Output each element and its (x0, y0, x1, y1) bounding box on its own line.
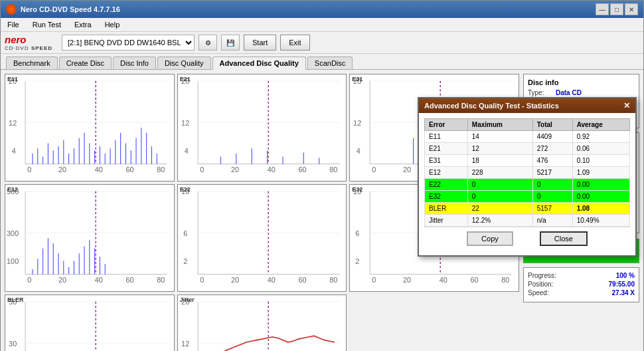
speed-row-prog: Speed: 27.34 X (528, 289, 635, 296)
col-error: Error (425, 119, 468, 131)
svg-text:60: 60 (125, 166, 133, 174)
speed-val: 27.34 X (612, 289, 635, 296)
stats-popup: Advanced Disc Quality Test - Statistics … (418, 97, 637, 257)
menu-extra[interactable]: Extra (70, 19, 96, 30)
copy-button[interactable]: Copy (467, 231, 513, 246)
cell-max: 0 (467, 179, 532, 191)
tab-advanced-disc-quality[interactable]: Advanced Disc Quality (212, 57, 306, 70)
cell-avg: 1.09 (572, 167, 629, 179)
svg-text:2: 2 (183, 257, 187, 265)
svg-text:60: 60 (298, 166, 306, 174)
cell-max: 12.2% (467, 215, 532, 227)
chart-e31-label: E31 (352, 76, 362, 82)
cell-avg: 0.92 (572, 131, 629, 143)
cell-max: 12 (467, 143, 532, 155)
svg-text:12: 12 (353, 119, 361, 127)
cell-total: 4409 (532, 131, 572, 143)
chart-bler: BLER 50 30 10 0 20 40 60 80 (5, 294, 175, 351)
table-row: E31 18 476 0.10 (425, 155, 630, 167)
menu-run-test[interactable]: Run Test (29, 19, 65, 30)
tab-disc-quality[interactable]: Disc Quality (157, 57, 211, 69)
minimize-button[interactable]: — (596, 3, 609, 15)
close-button[interactable]: Close (540, 231, 588, 246)
tab-scandisc[interactable]: ScanDisc (307, 57, 353, 69)
toolbar-btn-1[interactable]: ⚙ (199, 35, 217, 51)
svg-text:2: 2 (356, 257, 360, 265)
cell-total: 5157 (532, 203, 572, 215)
svg-text:300: 300 (7, 229, 19, 237)
cell-error: Jitter (425, 215, 468, 227)
svg-text:60: 60 (298, 276, 306, 284)
tab-benchmark[interactable]: Benchmark (6, 57, 58, 69)
svg-text:6: 6 (356, 229, 360, 237)
table-row-green: E32 0 0 0.00 (425, 191, 630, 203)
close-button[interactable]: ✕ (625, 3, 638, 15)
svg-text:20: 20 (403, 166, 411, 174)
svg-text:20: 20 (58, 166, 66, 174)
cell-error: E21 (425, 143, 468, 155)
svg-text:20: 20 (58, 276, 66, 284)
svg-text:40: 40 (267, 166, 275, 174)
cell-max: 0 (467, 191, 532, 203)
main-window: Nero CD-DVD Speed 4.7.7.16 — □ ✕ File Ru… (0, 0, 644, 351)
menu-bar: File Run Test Extra Help (1, 18, 643, 32)
position-row: Position: 79:55.00 (528, 281, 635, 288)
cell-error: E32 (425, 191, 468, 203)
nero-logo-top: nero (5, 34, 27, 45)
cell-total: 476 (532, 155, 572, 167)
disc-type-key: Type: (528, 89, 553, 96)
cell-total: 5217 (532, 167, 572, 179)
svg-text:0: 0 (200, 276, 204, 284)
chart-e21-label: E21 (180, 76, 191, 82)
cell-error: E12 (425, 167, 468, 179)
tab-disc-info[interactable]: Disc Info (113, 57, 156, 69)
menu-file[interactable]: File (3, 19, 23, 30)
chart-e22: E22 10 6 2 0 20 40 60 80 (177, 184, 347, 292)
exit-button[interactable]: Exit (280, 35, 309, 51)
window-title: Nero CD-DVD Speed 4.7.7.16 (21, 5, 120, 13)
svg-text:0: 0 (200, 166, 204, 174)
cell-max: 228 (467, 167, 532, 179)
chart-jitter-label: Jitter (180, 296, 195, 303)
svg-text:0: 0 (27, 276, 31, 284)
svg-text:40: 40 (95, 276, 103, 284)
cell-avg: 0.00 (572, 179, 629, 191)
svg-text:40: 40 (267, 276, 275, 284)
table-row-green: E22 0 0 0.00 (425, 179, 630, 191)
svg-text:80: 80 (157, 166, 165, 174)
cell-total: 272 (532, 143, 572, 155)
empty-cell (349, 294, 519, 351)
svg-text:80: 80 (329, 166, 337, 174)
cell-error: E31 (425, 155, 468, 167)
svg-text:6: 6 (183, 229, 187, 237)
progress-key: Progress: (528, 272, 556, 279)
disc-info-title: Disc info (528, 78, 635, 86)
position-val: 79:55.00 (609, 281, 635, 288)
drive-selector[interactable]: [2:1] BENQ DVD DD DW1640 BSLB (62, 35, 195, 51)
position-key: Position: (528, 281, 553, 288)
col-total: Total (532, 119, 572, 131)
svg-text:20: 20 (403, 276, 411, 284)
progress-row: Progress: 100 % (528, 272, 635, 279)
start-button[interactable]: Start (244, 35, 276, 51)
svg-text:12: 12 (181, 340, 189, 348)
svg-text:12: 12 (9, 119, 17, 127)
svg-text:4: 4 (184, 147, 188, 155)
menu-help[interactable]: Help (101, 19, 124, 30)
cell-avg: 0.06 (572, 143, 629, 155)
svg-text:4: 4 (12, 147, 16, 155)
chart-e12-label: E12 (7, 186, 18, 193)
stats-close-btn[interactable]: ✕ (623, 101, 630, 110)
toolbar-btn-2[interactable]: 💾 (221, 35, 240, 51)
chart-e22-label: E22 (180, 186, 191, 193)
maximize-button[interactable]: □ (610, 3, 623, 15)
app-icon (6, 4, 17, 15)
tab-create-disc[interactable]: Create Disc (59, 57, 112, 69)
svg-text:80: 80 (329, 276, 337, 284)
chart-e32-label: E32 (352, 186, 362, 193)
progress-panel: Progress: 100 % Position: 79:55.00 Speed… (523, 267, 639, 302)
chart-e12: E12 500 300 100 0 20 40 60 80 (5, 184, 175, 292)
cell-total: 0 (532, 191, 572, 203)
cell-total: n/a (532, 215, 572, 227)
disc-type-val: Data CD (556, 89, 582, 96)
